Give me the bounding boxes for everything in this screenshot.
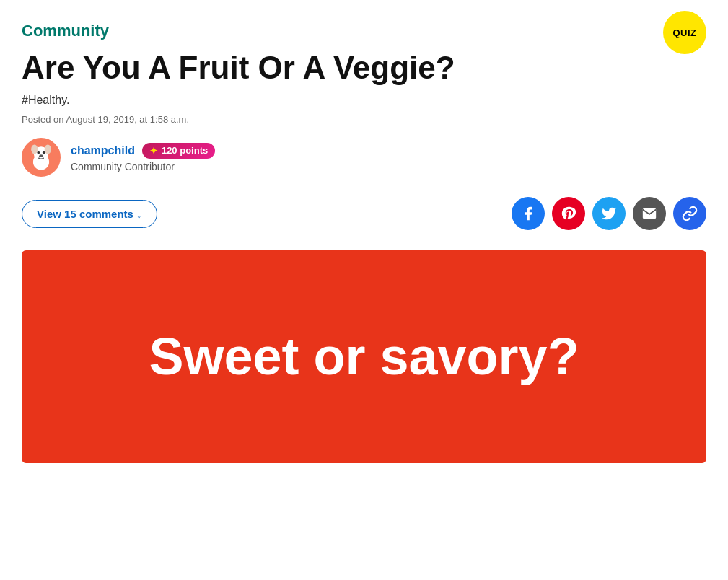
- hero-text: Sweet or savory?: [149, 328, 579, 385]
- article-hashtag: #Healthy.: [22, 94, 706, 107]
- svg-point-7: [39, 155, 43, 158]
- post-date: Posted on August 19, 2019, at 1:58 a.m.: [22, 114, 706, 125]
- avatar: [22, 138, 61, 177]
- author-role: Community Contributor: [71, 161, 215, 172]
- author-info: champchild ✦ 120 points Community Contri…: [71, 143, 215, 172]
- pinterest-share-button[interactable]: [552, 197, 585, 230]
- view-comments-button[interactable]: View 15 comments ↓: [22, 200, 157, 228]
- twitter-share-button[interactable]: [592, 197, 626, 230]
- author-name-row: champchild ✦ 120 points: [71, 143, 215, 159]
- social-icons: [512, 197, 706, 230]
- copy-link-button[interactable]: [673, 197, 706, 230]
- svg-point-4: [45, 145, 51, 154]
- email-share-button[interactable]: [633, 197, 666, 230]
- facebook-share-button[interactable]: [512, 197, 545, 230]
- author-row: champchild ✦ 120 points Community Contri…: [22, 138, 706, 177]
- points-badge: ✦ 120 points: [142, 143, 215, 159]
- actions-row: View 15 comments ↓: [22, 197, 706, 230]
- category-label: Community: [22, 22, 706, 40]
- star-icon: ✦: [149, 145, 158, 157]
- svg-point-3: [31, 145, 38, 154]
- hero-image: Sweet or savory?: [22, 250, 706, 463]
- quiz-badge: QUIZ: [663, 11, 706, 54]
- svg-point-6: [43, 151, 45, 154]
- article-title: Are You A Fruit Or A Veggie?: [22, 50, 706, 85]
- svg-point-5: [37, 151, 40, 154]
- author-name[interactable]: champchild: [71, 144, 135, 157]
